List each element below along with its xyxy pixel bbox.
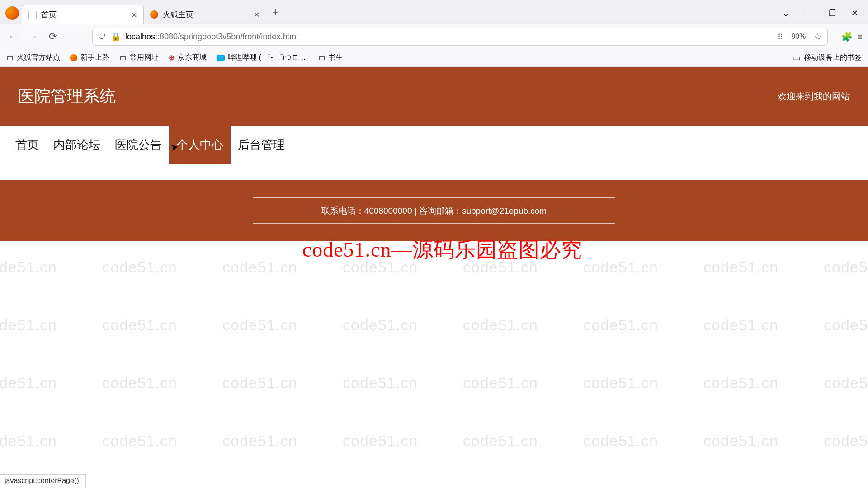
address-bar-right-icons: ⠿ 90% ☆ [778, 31, 822, 42]
tab-title: 首页 [41, 9, 57, 20]
footer-phone-label: 联系电话： [321, 206, 364, 216]
footer-mail-label: 咨询邮箱： [419, 206, 462, 216]
browser-tab-1[interactable]: 火狐主页 × [144, 5, 266, 24]
close-tab-icon[interactable]: × [132, 10, 137, 19]
url-path: :8080/springboot3v5bn/front/index.html [157, 32, 298, 41]
bookmarks-bar: 🗀 火狐官方站点 新手上路 🗀 常用网址 ⊕ 京东商城 哔哩哔哩 ( ゜- ゜)… [0, 49, 868, 67]
address-bar[interactable]: 🛡 🔒 localhost:8080/springboot3v5bn/front… [92, 28, 828, 46]
tab-strip: 首页 × 火狐主页 × + ⌄ — ❐ ✕ [0, 0, 868, 24]
footer-mail: support@21epub.com [462, 206, 547, 216]
favicon-icon [28, 11, 37, 19]
window-controls: ⌄ — ❐ ✕ [782, 7, 868, 24]
favicon-icon [150, 10, 158, 19]
bookmark-label: 火狐官方站点 [17, 53, 60, 62]
shield-icon[interactable]: 🛡 [98, 32, 106, 42]
site-nav: 首页内部论坛医院公告个人中心后台管理 [0, 126, 868, 164]
bookmark-item-0[interactable]: 🗀 火狐官方站点 [6, 53, 60, 62]
footer-rule-top [253, 197, 615, 198]
lock-icon[interactable]: 🔒 [111, 32, 121, 42]
reader-icon[interactable]: ⠿ [778, 33, 783, 41]
close-tab-icon[interactable]: × [254, 10, 259, 19]
zoom-level[interactable]: 90% [791, 33, 806, 41]
page-content: 医院管理系统 欢迎来到我的网站 首页内部论坛医院公告个人中心后台管理 联系电话：… [0, 67, 868, 241]
browser-tab-0[interactable]: 首页 × [22, 5, 144, 24]
nav-item-0[interactable]: 首页 [8, 126, 46, 164]
url-text: localhost:8080/springboot3v5bn/front/ind… [125, 32, 298, 42]
mobile-bookmarks-label: 移动设备上的书签 [804, 53, 862, 62]
bilibili-icon [217, 55, 225, 61]
back-button[interactable]: ← [5, 29, 21, 44]
bookmark-label: 书生 [329, 53, 343, 62]
url-domain: localhost [125, 32, 157, 41]
nav-item-2[interactable]: 医院公告 [108, 126, 169, 164]
nav-spacer [0, 164, 868, 180]
footer-text: 联系电话：4008000000 | 咨询邮箱：support@21epub.co… [253, 205, 615, 224]
site-header: 医院管理系统 欢迎来到我的网站 [0, 67, 868, 126]
forward-button[interactable]: → [25, 29, 41, 44]
bookmark-item-3[interactable]: ⊕ 京东商城 [169, 53, 207, 62]
address-row: ← → ⟳ 🛡 🔒 localhost:8080/springboot3v5bn… [0, 24, 868, 49]
bookmark-item-4[interactable]: 哔哩哔哩 ( ゜- ゜)つロ … [217, 53, 308, 62]
bookmark-label: 常用网址 [130, 53, 159, 62]
nav-item-3[interactable]: 个人中心 [169, 126, 231, 164]
firefox-icon [70, 54, 77, 61]
welcome-text: 欢迎来到我的网站 [778, 90, 850, 103]
folder-icon: 🗀 [318, 54, 326, 62]
anti-theft-watermark: code51.cn—源码乐园盗图必究 [302, 236, 583, 264]
app-menu-icon[interactable]: ≡ [857, 32, 863, 42]
mobile-icon: ▭ [793, 53, 801, 63]
window-close-icon[interactable]: ✕ [851, 8, 858, 18]
nav-item-4[interactable]: 后台管理 [231, 126, 292, 164]
window-minimize-icon[interactable]: — [805, 9, 813, 18]
window-restore-icon[interactable]: ❐ [829, 8, 836, 18]
mobile-bookmarks[interactable]: ▭ 移动设备上的书签 [793, 53, 862, 63]
tab-title: 火狐主页 [163, 9, 193, 20]
bookmark-item-1[interactable]: 新手上路 [70, 53, 109, 62]
browser-chrome: 首页 × 火狐主页 × + ⌄ — ❐ ✕ ← → ⟳ 🛡 🔒 localhos… [0, 0, 868, 67]
footer-phone: 4008000000 [364, 206, 412, 216]
bookmark-star-icon[interactable]: ☆ [814, 31, 822, 42]
status-bar: javascript:centerPage(); [0, 474, 86, 488]
bookmark-label: 哔哩哔哩 ( ゜- ゜)つロ … [228, 53, 308, 62]
folder-icon: 🗀 [119, 54, 127, 62]
site-footer: 联系电话：4008000000 | 咨询邮箱：support@21epub.co… [0, 180, 868, 241]
bookmark-label: 京东商城 [178, 53, 207, 62]
new-tab-button[interactable]: + [272, 5, 279, 19]
bookmark-label: 新手上路 [80, 53, 109, 62]
reload-button[interactable]: ⟳ [45, 29, 61, 44]
folder-icon: 🗀 [6, 54, 14, 62]
footer-inner: 联系电话：4008000000 | 咨询邮箱：support@21epub.co… [253, 197, 615, 224]
bookmark-item-5[interactable]: 🗀 书生 [318, 53, 343, 62]
site-title: 医院管理系统 [18, 85, 116, 108]
bookmark-item-2[interactable]: 🗀 常用网址 [119, 53, 159, 62]
firefox-logo-icon [5, 6, 19, 20]
nav-item-1[interactable]: 内部论坛 [46, 126, 108, 164]
footer-sep: | [412, 206, 419, 216]
extensions-icon[interactable]: 🧩 [841, 31, 853, 42]
jd-icon: ⊕ [169, 53, 175, 62]
tabs-dropdown-icon[interactable]: ⌄ [782, 7, 790, 19]
